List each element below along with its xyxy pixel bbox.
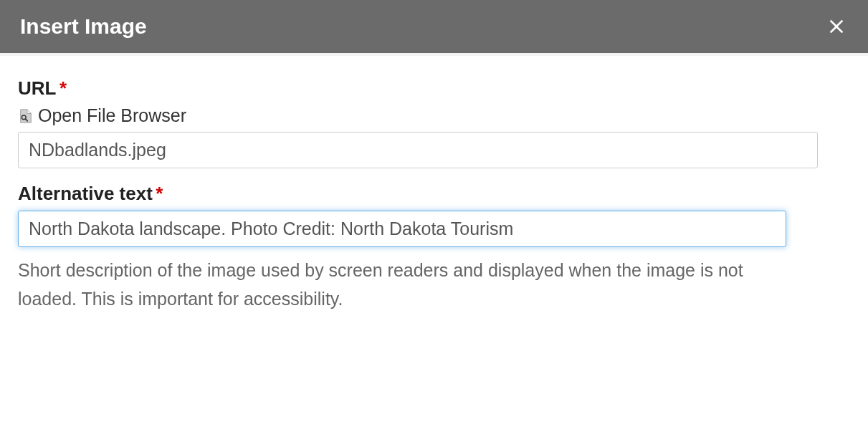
url-label-row: URL *	[18, 77, 850, 105]
file-browser-link-text: Open File Browser	[38, 105, 186, 126]
dialog-body: URL * Open File Browser Alternative text…	[0, 56, 868, 342]
close-icon	[825, 15, 848, 38]
open-file-browser-link[interactable]: Open File Browser	[18, 105, 850, 126]
alt-text-field-group: Alternative text * Short description of …	[18, 183, 850, 313]
url-input[interactable]	[18, 132, 818, 168]
dialog-header: Insert Image	[0, 0, 868, 56]
alt-text-label: Alternative text	[18, 183, 153, 205]
url-field-group: URL * Open File Browser	[18, 77, 850, 168]
close-button[interactable]	[825, 15, 848, 38]
required-mark: *	[59, 77, 67, 99]
alt-text-input[interactable]	[18, 211, 786, 247]
dialog-title: Insert Image	[20, 14, 147, 39]
alt-text-help: Short description of the image used by s…	[18, 256, 806, 313]
insert-image-dialog: Insert Image URL * Open File Browser	[0, 0, 868, 342]
url-label: URL	[18, 77, 56, 100]
required-mark: *	[156, 183, 163, 204]
file-browser-icon	[18, 108, 34, 124]
alt-text-label-row: Alternative text *	[18, 183, 850, 211]
